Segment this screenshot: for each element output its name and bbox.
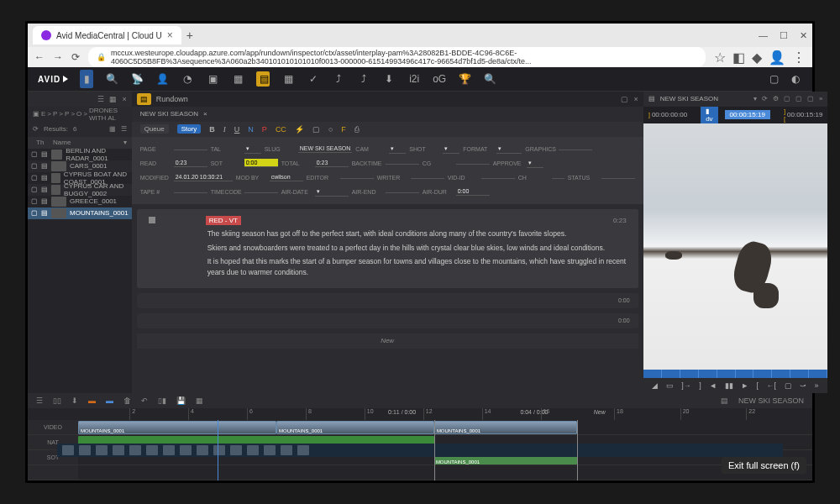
f-icon[interactable]: F [341, 125, 346, 134]
reload-icon[interactable]: ⟳ [71, 51, 80, 63]
chevron-right-icon[interactable]: » [814, 381, 818, 390]
tl-replace-icon[interactable]: ▬ [106, 396, 113, 405]
print-icon[interactable]: ⎙ [354, 125, 359, 134]
panel-icon-2[interactable]: ▢ [795, 95, 802, 102]
back-icon[interactable]: ← [34, 51, 45, 63]
rundown-tab-icon[interactable]: ▤ [137, 93, 151, 105]
empty-segment[interactable]: 0:00 [137, 313, 638, 328]
box-icon[interactable]: ▢ [312, 125, 320, 134]
tl-insert-icon[interactable]: ⬇ [71, 396, 78, 405]
empty-segment[interactable]: 0:00 [137, 293, 638, 308]
tl-menu-icon[interactable]: ☰ [36, 396, 43, 405]
tc-format-badge[interactable]: ▮ dv [701, 107, 717, 123]
maximize-icon[interactable]: ☐ [780, 30, 788, 41]
check-icon[interactable]: ✓ [307, 73, 320, 85]
step-fwd-icon[interactable]: ←[ [767, 381, 777, 390]
share-icon[interactable]: ⤴ [332, 73, 345, 85]
tl-split-icon[interactable]: ▯▯ [53, 396, 61, 405]
frame-icon[interactable]: ▭ [666, 381, 674, 390]
tl-settings-icon[interactable]: ▦ [196, 396, 203, 405]
clock-icon[interactable]: ◔ [181, 73, 194, 85]
search2-icon[interactable]: 🔍 [483, 73, 496, 85]
sub-tab[interactable]: NEW SKI SEASON [140, 110, 198, 118]
close-window-icon[interactable]: ✕ [800, 30, 807, 41]
view-list-icon[interactable]: ☰ [121, 125, 127, 133]
pause-icon[interactable]: ▮▮ [725, 381, 733, 390]
queue-icon[interactable]: ▦ [231, 73, 244, 85]
panel-grid-icon[interactable]: ▦ [109, 95, 117, 103]
refresh-icon[interactable]: ⟳ [33, 125, 39, 133]
url-field[interactable]: 🔒 mccux.westeurope.cloudapp.azure.com/ap… [88, 47, 706, 67]
panel-icon-3[interactable]: ▢ [807, 95, 814, 102]
minimize-icon[interactable]: ▢ [621, 95, 628, 103]
dropdown-icon[interactable]: ▾ [753, 95, 757, 102]
tl-save-icon[interactable]: 💾 [176, 396, 186, 405]
panel-list-icon[interactable]: ☰ [97, 95, 104, 103]
circle-icon[interactable]: ○ [328, 125, 333, 134]
story-button[interactable]: Story [177, 124, 202, 134]
user-icon[interactable]: 👤 [155, 73, 169, 85]
asset-row[interactable]: ▢▤MOUNTAINS_0001 [28, 207, 132, 219]
cc-button[interactable]: CC [276, 125, 286, 134]
tl-mode-icon[interactable]: ▯▮ [158, 396, 166, 405]
tab-rundown-label[interactable]: Rundown [156, 95, 188, 103]
i2i-button[interactable]: i2i [407, 73, 421, 85]
underline-button[interactable]: U [234, 125, 240, 134]
asset-row[interactable]: ▢▤BERLIN AND RADAR_0001 [28, 149, 132, 160]
asset-row[interactable]: ▢▤GREECE_0001 [28, 196, 132, 207]
queue-button[interactable]: Queue [140, 124, 169, 134]
video-preview[interactable] [643, 123, 828, 370]
share2-icon[interactable]: ⤴ [357, 73, 370, 85]
settings-icon[interactable]: ⚙ [773, 95, 779, 102]
close-subtab-icon[interactable]: × [203, 110, 207, 118]
extension-icon-2[interactable]: ◆ [752, 50, 762, 66]
video-clip[interactable]: MOUNTAINS_0001 [434, 421, 577, 434]
script-segment[interactable]: RED - VT 0:23 The skiing season has got … [137, 209, 638, 288]
timeline-ruler[interactable]: 0:11 / 0:00 0:04 / 0:00 New 2 4 6 8 10 1… [78, 408, 812, 420]
broadcast-icon[interactable]: 📡 [130, 73, 144, 85]
close-tab-icon[interactable]: × [167, 29, 173, 41]
scrub-bar[interactable] [643, 370, 828, 378]
tl-undo-icon[interactable]: ↶ [141, 396, 148, 405]
tl-overwrite-icon[interactable]: ▬ [88, 396, 96, 405]
panel-close-icon[interactable]: × [122, 95, 126, 103]
search-icon[interactable]: 🔍 [105, 73, 118, 85]
tl-delete-icon[interactable]: 🗑 [123, 396, 131, 405]
avatar-icon[interactable]: 👤 [769, 50, 785, 66]
in-point-icon[interactable]: [ [757, 381, 759, 390]
close-icon[interactable]: × [633, 95, 638, 103]
forward-icon[interactable]: ► [741, 381, 748, 390]
browser-tab[interactable]: Avid MediaCentral | Cloud U × [33, 26, 181, 45]
breadcrumb[interactable]: ▣ E> P> P> O> DRONES WITH AL [28, 107, 132, 122]
chevron-right-icon[interactable]: » [819, 95, 822, 102]
rewind-icon[interactable]: ◄ [709, 381, 717, 390]
video-clip[interactable]: MOUNTAINS_0001 [276, 421, 434, 434]
bold-button[interactable]: B [209, 125, 215, 134]
trophy-icon[interactable]: 🏆 [458, 73, 471, 85]
track-label-video[interactable]: VIDEO [28, 420, 78, 435]
bookmark-icon[interactable]: ▣ [206, 73, 219, 85]
step-back-icon[interactable]: ] [699, 381, 701, 390]
video-clip[interactable]: MOUNTAINS_0001 [78, 421, 276, 434]
italic-button[interactable]: I [223, 125, 226, 134]
asset-row[interactable]: ▢▤CYPRUS CAR AND BUGGY_0002 [28, 184, 132, 196]
forward-icon[interactable]: → [53, 51, 63, 63]
menu-icon[interactable]: ⋮ [792, 50, 806, 66]
star-icon[interactable]: ☆ [714, 50, 726, 66]
export-icon[interactable]: ▢ [767, 73, 780, 85]
og-button[interactable]: oG [433, 73, 446, 85]
marker-icon[interactable]: ◢ [652, 381, 658, 390]
jump-start-icon[interactable]: ]→ [681, 381, 691, 390]
new-segment-button[interactable]: New [137, 333, 638, 349]
download-icon[interactable]: ⬇ [382, 73, 396, 85]
view-grid-icon[interactable]: ▦ [109, 125, 116, 133]
unlink-icon[interactable]: ⚡ [295, 125, 304, 134]
settings-icon[interactable]: ◐ [789, 73, 802, 85]
extension-icon[interactable]: ◧ [732, 50, 745, 66]
panel-icon[interactable]: ▢ [784, 95, 790, 102]
refresh-icon[interactable]: ⟳ [762, 95, 768, 102]
windows-taskbar[interactable] [57, 444, 783, 457]
calendar-icon[interactable]: ▦ [281, 73, 295, 85]
script-editor[interactable]: RED - VT 0:23 The skiing season has got … [132, 204, 643, 393]
minimize-icon[interactable]: — [759, 30, 768, 41]
